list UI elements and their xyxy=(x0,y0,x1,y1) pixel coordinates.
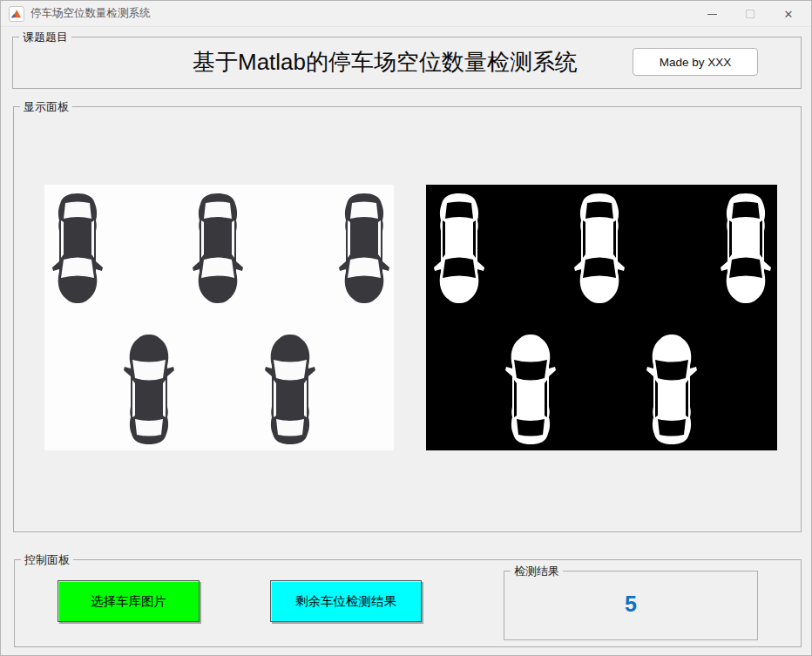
result-group: 检测结果 5 xyxy=(504,571,758,640)
car-graphic xyxy=(433,192,485,305)
car-graphic xyxy=(573,192,626,305)
display-panel: 显示面板 xyxy=(13,106,802,532)
made-by-button[interactable]: Made by XXX xyxy=(633,48,758,76)
window-title: 停车场空位数量检测系统 xyxy=(30,6,151,21)
car-graphic xyxy=(192,192,244,305)
detect-result-button[interactable]: 剩余车位检测结果 xyxy=(270,580,422,622)
car-graphic xyxy=(338,192,390,305)
car-graphic xyxy=(51,192,104,305)
maximize-button[interactable] xyxy=(731,1,769,27)
control-panel-legend: 控制面板 xyxy=(21,552,73,567)
minimize-button[interactable] xyxy=(693,1,731,27)
car-graphic xyxy=(646,333,698,446)
car-graphic xyxy=(720,192,772,305)
app-window: 停车场空位数量检测系统 ✕ 课题题目 基于Matlab的停车场空位数量检测系统 … xyxy=(0,0,812,656)
result-value: 5 xyxy=(504,592,757,617)
close-button[interactable]: ✕ xyxy=(769,1,808,27)
maximize-icon xyxy=(746,10,754,18)
topic-panel-legend: 课题题目 xyxy=(19,30,71,44)
result-group-legend: 检测结果 xyxy=(511,564,563,578)
close-icon: ✕ xyxy=(784,9,794,20)
display-panel-legend: 显示面板 xyxy=(20,99,72,114)
control-panel: 控制面板 选择车库图片 剩余车位检测结果 检测结果 5 xyxy=(14,559,802,647)
title-bar: 停车场空位数量检测系统 ✕ xyxy=(1,1,811,27)
original-image xyxy=(44,185,394,450)
binary-image xyxy=(426,185,777,450)
car-graphic xyxy=(123,333,175,446)
window-controls: ✕ xyxy=(693,1,808,27)
matlab-icon xyxy=(9,6,24,22)
car-graphic xyxy=(264,333,316,446)
select-garage-button[interactable]: 选择车库图片 xyxy=(58,580,200,622)
minimize-icon xyxy=(707,14,717,15)
topic-panel: 课题题目 基于Matlab的停车场空位数量检测系统 Made by XXX xyxy=(12,37,802,89)
car-graphic xyxy=(504,333,557,446)
